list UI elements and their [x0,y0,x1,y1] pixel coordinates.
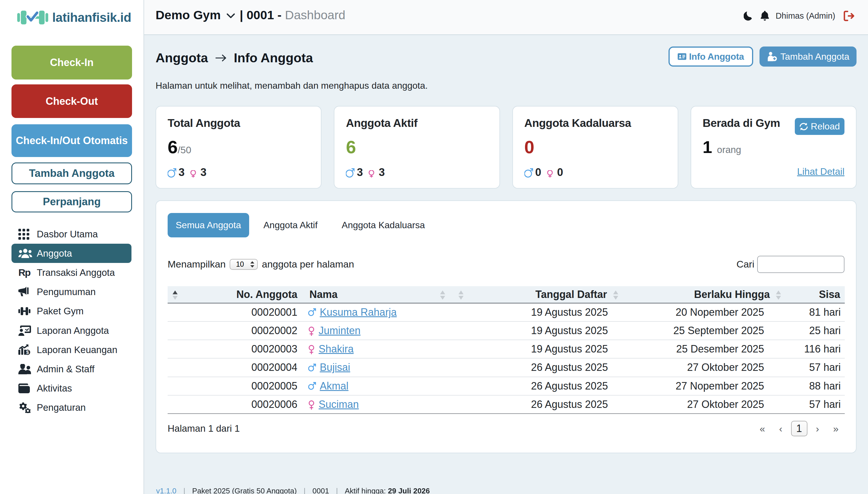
svg-text:$: $ [26,349,29,355]
